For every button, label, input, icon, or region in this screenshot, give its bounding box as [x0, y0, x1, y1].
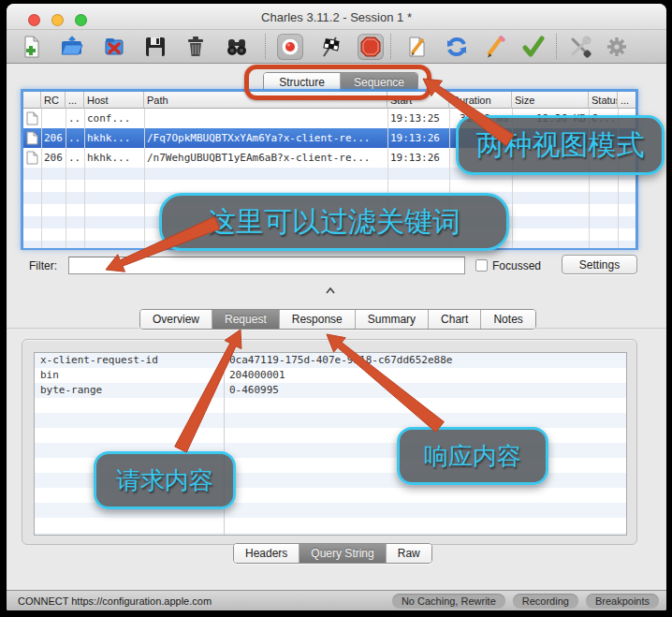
status-badge-breakpoints[interactable]: Breakpoints: [586, 594, 659, 609]
annotation-request-content: 请求内容: [94, 451, 236, 509]
find-icon[interactable]: [224, 34, 250, 60]
tab-request[interactable]: Request: [212, 310, 280, 329]
cell-c2: ..: [66, 128, 84, 148]
annotation-filter-hint: 这里可以过滤关键词: [159, 193, 509, 251]
status-badge-recording[interactable]: Recording: [513, 594, 578, 609]
save-session-icon[interactable]: [142, 34, 168, 60]
cell-start: 19:13:26: [387, 128, 449, 148]
annotation-response-content: 响应内容: [397, 427, 548, 485]
settings-button[interactable]: Settings: [562, 255, 637, 274]
cell-path: /n7WehgUBUQBT1yEAm6aB?x-client-re...: [144, 148, 387, 168]
status-badge-caching-rewrite[interactable]: No Caching, Rewrite: [392, 594, 505, 609]
cell-rc: 206: [41, 128, 66, 148]
focussed-checkbox[interactable]: [475, 259, 488, 272]
kv-value: 0ca47119-175d-407e-9b18-c67dd652e88e: [229, 353, 622, 368]
cell-c2: ..: [66, 148, 84, 168]
kv-row[interactable]: bin 204000001: [35, 368, 626, 383]
column-host[interactable]: Host: [84, 92, 144, 109]
highlight-ring: [244, 65, 431, 100]
toolbar-separator: [556, 34, 557, 59]
kv-key: byte-range: [40, 383, 218, 398]
tab-overview[interactable]: Overview: [140, 310, 212, 329]
breakpoints-stop-icon[interactable]: [358, 34, 384, 60]
toolbar-separator: [390, 34, 391, 59]
annotation-view-modes: 两种视图模式: [456, 115, 665, 175]
kv-row[interactable]: x-client-request-id 0ca47119-175d-407e-9…: [35, 353, 626, 368]
toolbar: [7, 30, 666, 64]
tab-summary[interactable]: Summary: [356, 310, 429, 329]
tab-headers[interactable]: Headers: [234, 544, 299, 563]
cell-start: 19:13:26: [387, 148, 449, 168]
tab-notes[interactable]: Notes: [481, 310, 534, 329]
screenshot-stage: Charles 3.11.2 - Session 1 *: [0, 0, 672, 617]
edit-icon[interactable]: [482, 34, 508, 60]
cell-start: 19:13:25: [387, 109, 449, 128]
cell-host: conf...: [84, 109, 144, 128]
column-status[interactable]: Status: [589, 92, 618, 109]
tab-raw[interactable]: Raw: [387, 544, 431, 563]
status-text: CONNECT https://configuration.apple.com: [18, 595, 392, 607]
kv-row[interactable]: byte-range 0-460995: [35, 383, 626, 398]
record-button[interactable]: [277, 34, 303, 60]
settings-gear-icon[interactable]: [604, 34, 630, 60]
column-size[interactable]: Size: [512, 92, 589, 109]
focussed-label: Focussed: [492, 259, 541, 272]
column-rc[interactable]: RC: [41, 92, 66, 109]
tab-query-string[interactable]: Query String: [299, 544, 386, 563]
tab-chart[interactable]: Chart: [429, 310, 481, 329]
request-view-tab-bar: Headers Query String Raw: [233, 543, 432, 564]
toolbar-separator: [265, 34, 266, 59]
compose-icon[interactable]: [404, 34, 431, 60]
cell-path: /Fq7OpkMBUQBTXxYAm6Ya?x-client-re...: [144, 128, 387, 148]
title-bar: Charles 3.11.2 - Session 1 *: [7, 4, 666, 30]
validate-icon[interactable]: [520, 34, 547, 60]
cell-host: hkhk...: [84, 128, 144, 148]
column-duration[interactable]: Duration: [449, 92, 512, 109]
throttle-icon[interactable]: [317, 34, 343, 60]
window-title: Charles 3.11.2 - Session 1 *: [7, 10, 666, 24]
close-session-icon[interactable]: [101, 34, 127, 60]
status-bar: CONNECT https://configuration.apple.com …: [7, 590, 666, 610]
filter-input[interactable]: [68, 257, 465, 274]
column-c2[interactable]: ...: [66, 92, 84, 109]
column-icon[interactable]: [23, 92, 41, 109]
tab-response[interactable]: Response: [280, 310, 356, 329]
new-session-icon[interactable]: [18, 34, 44, 60]
open-session-icon[interactable]: [59, 34, 85, 60]
cell-c2: ..: [66, 109, 84, 128]
kv-key: bin: [40, 368, 218, 383]
kv-value: 0-460995: [229, 383, 622, 398]
column-c9[interactable]: ...: [618, 92, 635, 109]
detail-tab-bar: Overview Request Response Summary Chart …: [139, 309, 536, 330]
kv-key: x-client-request-id: [40, 353, 218, 368]
collapse-pane-handle[interactable]: [326, 287, 335, 294]
repeat-icon[interactable]: [444, 34, 470, 60]
clear-session-icon[interactable]: [183, 34, 209, 60]
tools-icon[interactable]: [567, 34, 593, 60]
kv-value: 204000001: [229, 368, 622, 383]
cell-rc: 206: [41, 148, 66, 168]
filter-label: Filter:: [29, 259, 57, 272]
cell-host: hkhk...: [84, 148, 144, 168]
